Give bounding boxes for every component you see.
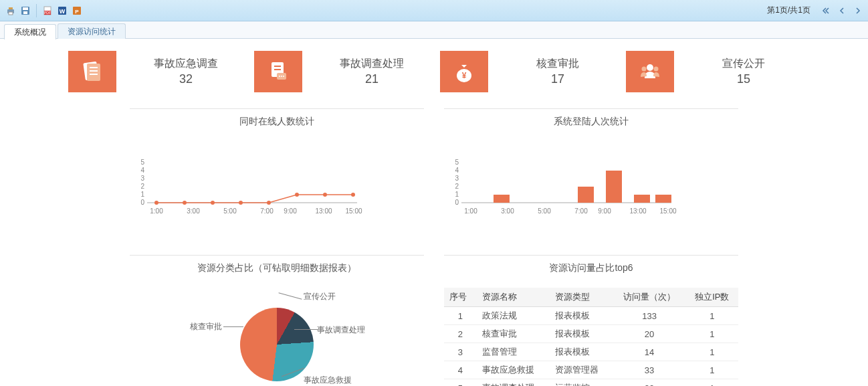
pie-line [278,292,302,299]
toolbar-divider [36,4,37,17]
pie-line [294,329,318,330]
cell-hits: 33 [613,361,685,379]
pie-label-promote: 宣传公开 [304,291,336,302]
stat-title: 核查审批 [502,57,614,71]
group-icon [626,51,674,92]
pie-line [223,326,243,327]
toolbar-left: PDF W P [4,4,84,17]
svg-text:3: 3 [455,175,459,182]
svg-text:1: 1 [140,191,144,198]
stat-value: 15 [687,72,800,86]
print-icon[interactable] [4,4,17,17]
stat-text: 事故调查处理 21 [316,57,428,86]
stat-card-investigation: 事故应急调查 32 [68,51,242,92]
svg-rect-66 [494,195,510,203]
prev-page-button[interactable] [836,5,848,17]
th-ips: 独立IP数 [686,288,738,307]
svg-text:9:00: 9:00 [598,207,611,215]
stat-title: 宣传公开 [687,57,800,71]
th-hits: 访问量（次） [613,288,685,307]
tab-system-overview[interactable]: 系统概况 [4,24,56,39]
cell-ips: 1 [686,361,738,379]
cell-idx: 2 [444,325,477,343]
svg-text:1:00: 1:00 [464,207,477,215]
th-name: 资源名称 [477,288,550,307]
cell-idx: 4 [444,361,477,379]
cell-type: 报表模板 [550,325,613,343]
svg-text:P: P [75,9,79,15]
line-chart-online: 543210 1:003:005:007:009:0013:0015:00 [130,155,424,235]
cell-type: 报表模板 [550,343,613,361]
cell-idx: 5 [444,379,477,387]
cell-hits: 14 [613,343,685,361]
stat-value: 17 [502,72,614,86]
ppt-export-icon[interactable]: P [70,4,84,17]
svg-rect-67 [578,187,594,203]
svg-text:PDF: PDF [44,11,51,15]
save-icon[interactable] [19,4,32,17]
svg-text:13:00: 13:00 [315,207,332,215]
svg-text:1:00: 1:00 [150,207,163,215]
th-type: 资源类型 [550,288,613,307]
svg-text:9:00: 9:00 [284,207,297,215]
pie-panel: 资源分类占比（可钻取明细数据报表） 宣传公开 事故调查处理 事故应急救援 核查审… [130,255,424,386]
cell-name: 政策法规 [477,307,550,325]
stat-text: 宣传公开 15 [687,57,800,86]
stat-text: 核查审批 17 [502,57,614,86]
svg-point-44 [154,201,158,205]
table-panel: 资源访问量占比top6 序号 资源名称 资源类型 访问量（次） 独立IP数 1政… [444,255,738,386]
pie-label-process: 事故调查处理 [317,324,365,336]
chart-title: 资源分类占比（可钻取明细数据报表） [130,262,424,274]
svg-text:W: W [60,8,66,15]
table-row[interactable]: 3监督管理报表模板141 [444,343,738,361]
svg-text:15:00: 15:00 [345,207,362,215]
tab-resource-stats[interactable]: 资源访问统计 [58,23,126,39]
svg-point-45 [183,201,187,205]
cell-name: 核查审批 [477,325,550,343]
svg-point-49 [295,193,299,197]
word-export-icon[interactable]: W [56,4,69,17]
chart-row: 同时在线人数统计 543210 1:003:005:007:009:0013:0… [40,108,828,235]
chat-document-icon [254,51,302,92]
svg-point-24 [283,76,284,77]
table-row[interactable]: 4事故应急救援资源管理器331 [444,361,738,379]
table-row[interactable]: 1政策法规报表模板1331 [444,307,738,325]
stat-title: 事故应急调查 [130,57,242,71]
svg-rect-70 [655,195,671,203]
cell-type: 资源管理器 [550,361,613,379]
pdf-export-icon[interactable]: PDF [41,4,54,17]
stat-card-processing: 事故调查处理 21 [254,51,428,92]
money-bag-icon: ¥ [440,51,488,92]
cell-idx: 1 [444,307,477,325]
cell-name: 事故应急救援 [477,361,550,379]
svg-text:5: 5 [455,159,459,166]
svg-point-29 [654,67,659,72]
cell-ips: 1 [686,343,738,361]
pie-chart[interactable]: 宣传公开 事故调查处理 事故应急救援 核查审批 [130,288,424,386]
svg-text:4: 4 [140,167,144,174]
svg-point-27 [647,64,653,71]
table-row[interactable]: 5事故调查处理运营监控221 [444,379,738,387]
svg-rect-2 [9,12,13,15]
svg-point-22 [279,76,280,77]
stat-value: 32 [130,72,242,86]
table-row[interactable]: 2核查审批报表模板201 [444,325,738,343]
svg-text:7:00: 7:00 [260,207,274,215]
cell-idx: 3 [444,343,477,361]
first-page-button[interactable] [820,5,832,17]
svg-text:7:00: 7:00 [574,207,588,215]
svg-point-51 [351,193,355,197]
svg-text:¥: ¥ [462,71,467,80]
svg-rect-68 [606,171,622,203]
svg-text:4: 4 [455,167,459,174]
svg-text:0: 0 [455,199,459,206]
chart-title: 资源访问量占比top6 [444,262,738,274]
toolbar-right: 第1页/共1页 [767,5,864,17]
svg-text:5:00: 5:00 [223,207,237,215]
cell-name: 监督管理 [477,343,550,361]
svg-point-28 [642,67,647,72]
svg-point-23 [281,76,282,77]
next-page-button[interactable] [852,5,864,17]
svg-rect-4 [23,7,28,10]
stat-row: 事故应急调查 32 事故调查处理 21 ¥ 核查审批 17 [40,51,828,92]
